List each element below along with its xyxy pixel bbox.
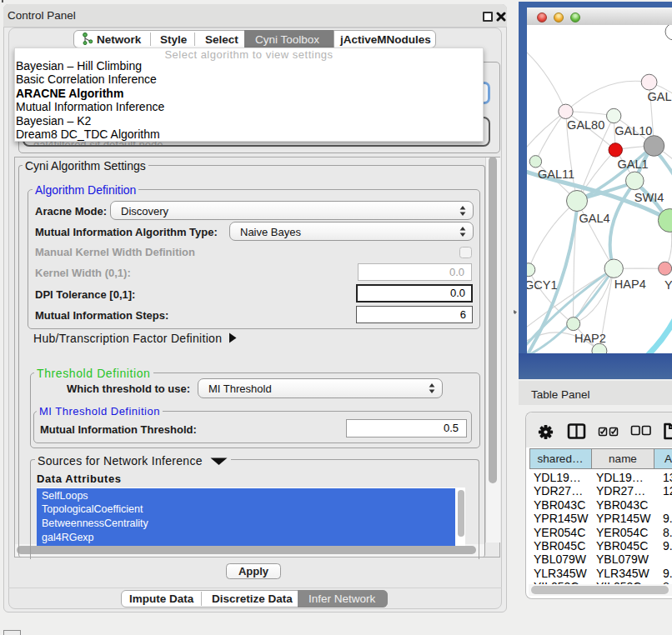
svg-text:YD: YD <box>664 278 672 292</box>
svg-text:GAL7: GAL7 <box>647 90 672 103</box>
svg-text:SWI4: SWI4 <box>634 191 664 204</box>
svg-text:HAP2: HAP2 <box>574 332 606 345</box>
svg-text:GAL1: GAL1 <box>617 158 648 171</box>
svg-text:GAL4: GAL4 <box>579 212 610 225</box>
svg-text:GCY1: GCY1 <box>527 278 558 292</box>
svg-text:GAL80: GAL80 <box>567 118 604 132</box>
svg-text:HAP4: HAP4 <box>614 278 646 291</box>
svg-text:GAL10: GAL10 <box>614 124 652 138</box>
svg-text:GAL11: GAL11 <box>538 168 574 181</box>
